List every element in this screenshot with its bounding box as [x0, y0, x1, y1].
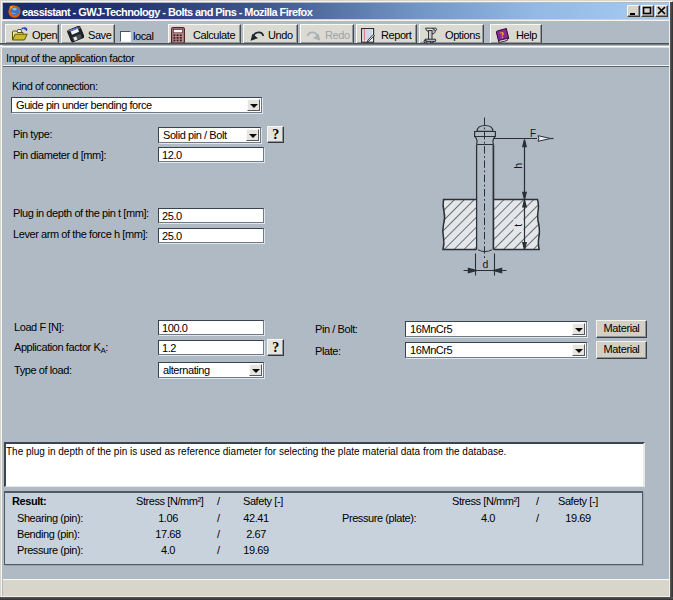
svg-text:d: d	[483, 258, 489, 270]
svg-text:h: h	[512, 163, 524, 169]
svg-text:F: F	[530, 128, 536, 139]
